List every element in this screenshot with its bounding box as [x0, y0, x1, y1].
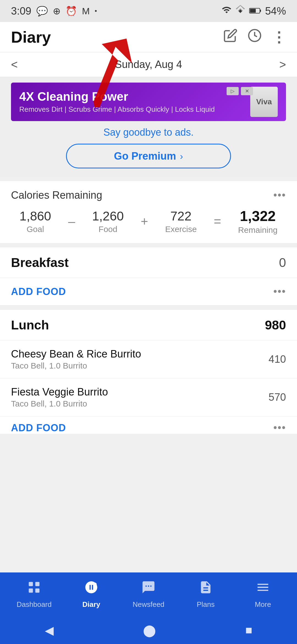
breakfast-add-food-label[interactable]: ADD FOOD	[11, 286, 66, 298]
go-premium-button[interactable]: Go Premium ›	[66, 144, 231, 168]
say-goodbye-link[interactable]: Say goodbye to ads.	[103, 127, 194, 138]
lunch-section: Lunch 980 Cheesy Bean & Rice Burrito Tac…	[0, 310, 297, 434]
diary-icon	[84, 580, 98, 597]
message-icon: 💬	[36, 6, 48, 17]
plans-label: Plans	[197, 600, 215, 609]
alarm-icon: ⏰	[65, 6, 77, 17]
battery-percent: 54%	[265, 5, 286, 17]
next-date-button[interactable]: >	[279, 58, 286, 71]
ad-play-icon: ▷	[227, 87, 239, 95]
food-item-1-left: Cheesy Bean & Rice Burrito Taco Bell, 1.…	[11, 348, 141, 370]
food-item-1-detail: Taco Bell, 1.0 Burrito	[11, 361, 141, 370]
ad-title: 4X Cleaning Power	[19, 90, 250, 103]
wifi-icon	[222, 5, 232, 17]
goal-value: 1,860	[20, 209, 51, 223]
goal-label: Goal	[20, 225, 51, 234]
nav-item-plans[interactable]: Plans	[177, 580, 234, 609]
current-date: Sunday, Aug 4	[115, 59, 182, 70]
breakfast-header: Breakfast 0	[0, 247, 297, 278]
newsfeed-icon	[141, 580, 156, 597]
goal-block: 1,860 Goal	[20, 209, 51, 234]
lunch-add-food-row[interactable]: ADD FOOD •••	[0, 416, 297, 434]
lunch-header: Lunch 980	[0, 310, 297, 340]
gmail-icon: M	[82, 6, 90, 17]
page-title: Diary	[11, 28, 51, 46]
status-bar: 3:09 💬 ⊕ ⏰ M • 54%	[0, 0, 297, 22]
nav-item-diary[interactable]: Diary	[63, 580, 120, 609]
ad-section: 4X Cleaning Power Removes Dirt | Scrubs …	[0, 77, 297, 177]
calories-section-title: Calories Remaining	[11, 189, 102, 201]
lunch-food-item-2[interactable]: Fiesta Veggie Burrito Taco Bell, 1.0 Bur…	[0, 378, 297, 416]
svg-rect-2	[250, 9, 256, 13]
dashboard-icon	[27, 580, 41, 597]
app-bar: Diary ⋮	[0, 22, 297, 52]
battery-icon	[249, 5, 261, 17]
lunch-title: Lunch	[11, 318, 49, 332]
calories-row: 1,860 Goal – 1,260 Food + 722 Exercise =…	[11, 208, 286, 235]
more-options-icon[interactable]: ⋮	[272, 29, 286, 45]
breakfast-title: Breakfast	[11, 255, 69, 270]
svg-rect-6	[29, 582, 33, 586]
svg-rect-8	[29, 588, 33, 593]
breakfast-calories: 0	[279, 255, 286, 270]
breakfast-more-button[interactable]: •••	[273, 286, 286, 298]
back-button[interactable]: ◀	[45, 624, 54, 637]
ad-subtitle: Removes Dirt | Scrubs Grime | Absorbs Qu…	[19, 105, 250, 114]
lunch-food-item-1[interactable]: Cheesy Bean & Rice Burrito Taco Bell, 1.…	[0, 340, 297, 378]
food-item-2-detail: Taco Bell, 1.0 Burrito	[11, 399, 108, 408]
nav-item-newsfeed[interactable]: Newsfeed	[120, 580, 177, 609]
remaining-value: 1,322	[238, 208, 277, 224]
lunch-more-button[interactable]: •••	[273, 422, 286, 434]
lunch-calories: 980	[265, 318, 286, 332]
system-nav-bar: ◀ ⬤ ■	[0, 616, 297, 644]
calories-more-button[interactable]: •••	[273, 189, 286, 201]
nav-item-more[interactable]: More	[234, 580, 292, 609]
status-right: 54%	[222, 5, 286, 17]
food-item-2-calories: 570	[269, 391, 286, 403]
food-item-2-name: Fiesta Veggie Burrito	[11, 386, 108, 398]
signal-icon	[235, 5, 245, 17]
home-button[interactable]: ⬤	[143, 624, 156, 637]
calories-section: Calories Remaining ••• 1,860 Goal – 1,26…	[0, 181, 297, 243]
newsfeed-label: Newsfeed	[133, 600, 164, 609]
ad-badge: ▷ ✕	[227, 87, 253, 95]
plans-icon	[199, 580, 213, 597]
prev-date-button[interactable]: <	[11, 58, 18, 71]
exercise-label: Exercise	[165, 225, 197, 234]
food-label: Food	[92, 225, 124, 234]
edit-icon[interactable]	[223, 28, 238, 46]
date-navigation: < Sunday, Aug 4 >	[0, 52, 297, 77]
exercise-block: 722 Exercise	[165, 209, 197, 234]
food-item-2-left: Fiesta Veggie Burrito Taco Bell, 1.0 Bur…	[11, 386, 108, 408]
recents-button[interactable]: ■	[245, 624, 252, 637]
nav-item-dashboard[interactable]: Dashboard	[6, 580, 63, 609]
dashboard-label: Dashboard	[16, 600, 51, 609]
food-item-1-calories: 410	[269, 353, 286, 365]
bottom-nav: Dashboard Diary Newsfeed Plans	[0, 572, 297, 616]
dot-icon: •	[95, 7, 97, 15]
ad-close-icon[interactable]: ✕	[241, 87, 253, 95]
plus-operator: +	[141, 214, 148, 229]
app-bar-actions: ⋮	[223, 28, 286, 46]
calories-header: Calories Remaining •••	[11, 189, 286, 201]
minus-operator: –	[68, 214, 75, 229]
breakfast-section: Breakfast 0 ADD FOOD •••	[0, 247, 297, 305]
food-value: 1,260	[92, 209, 124, 223]
breakfast-add-food-row[interactable]: ADD FOOD •••	[0, 278, 297, 305]
svg-rect-1	[260, 10, 261, 12]
lunch-add-food-label[interactable]: ADD FOOD	[11, 422, 66, 434]
svg-rect-7	[35, 582, 39, 586]
ad-product-image: Viva	[250, 87, 278, 117]
time-display: 3:09	[11, 5, 31, 17]
more-icon	[256, 580, 270, 597]
remaining-block: 1,322 Remaining	[238, 208, 277, 235]
messenger-icon: ⊕	[53, 6, 61, 17]
equals-operator: =	[214, 214, 221, 229]
remaining-label: Remaining	[238, 225, 277, 235]
ad-text-block: 4X Cleaning Power Removes Dirt | Scrubs …	[19, 90, 250, 113]
clock-icon[interactable]	[248, 28, 262, 46]
diary-label: Diary	[82, 600, 100, 609]
exercise-value: 722	[165, 209, 197, 223]
food-block: 1,260 Food	[92, 209, 124, 234]
ad-banner: 4X Cleaning Power Removes Dirt | Scrubs …	[11, 83, 286, 121]
